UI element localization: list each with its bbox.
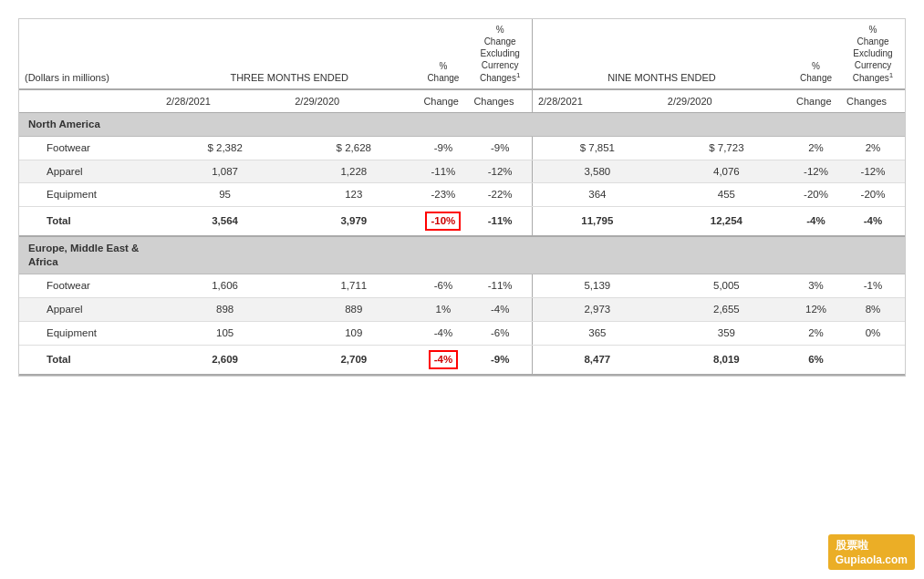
dollars-header: (Dollars in millions) <box>19 19 161 89</box>
date-col2: 2/29/2020 <box>289 89 418 112</box>
table-row: Apparel 898 8891%-4%2,9732,65512%8% <box>19 298 905 322</box>
financial-table: (Dollars in millions) THREE MONTHS ENDED… <box>18 18 906 377</box>
section-header: North America <box>19 112 905 136</box>
pct-excl-col2: Changes <box>841 89 905 112</box>
three-months-header: THREE MONTHS ENDED <box>161 19 418 89</box>
nine-pct-change-header: %Change <box>791 19 841 89</box>
table-row: Equipment 95 123-23%-22%364455-20%-20% <box>19 183 905 207</box>
total-row: Total2,6092,709-4%-9%8,4778,0196% <box>19 346 905 375</box>
date-col1: 2/28/2021 <box>161 89 289 112</box>
pct-excl-col: Changes <box>468 89 532 112</box>
pct-change-header: %Change <box>418 19 468 89</box>
table-row: Apparel 1,087 1,228-11%-12%3,5804,076-12… <box>19 160 905 183</box>
section-header: Europe, Middle East & Africa <box>19 236 905 274</box>
table-row: Equipment 105 109-4%-6%3653592%0% <box>19 322 905 346</box>
pct-excl-currency-header: %ChangeExcludingCurrencyChanges1 <box>468 19 532 89</box>
pct-col: Change <box>418 89 468 112</box>
table-row: Footwear 1,606 1,711-6%-11%5,1395,0053%-… <box>19 274 905 298</box>
empty-header <box>19 89 161 112</box>
nine-pct-excl-currency-header: %ChangeExcludingCurrencyChanges1 <box>841 19 905 89</box>
table-row: Footwear$ 2,382$ 2,628-9%-9%$ 7,851$ 7,7… <box>19 136 905 160</box>
date-col5: 2/28/2021 <box>532 89 661 112</box>
pct-col2: Change <box>791 89 841 112</box>
total-row: Total3,5643,979-10%-11%11,79512,254-4%-4… <box>19 207 905 236</box>
nine-months-header: NINE MONTHS ENDED <box>532 19 791 89</box>
date-col6: 2/29/2020 <box>662 89 791 112</box>
